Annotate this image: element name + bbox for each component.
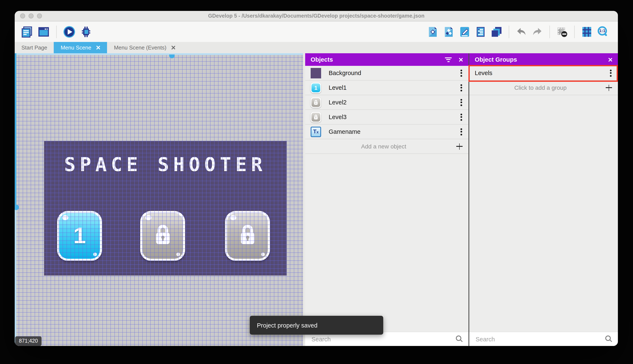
close-window-button[interactable] bbox=[20, 14, 25, 18]
zoom-original-icon[interactable]: 1:1 bbox=[597, 26, 609, 38]
groups-search-bar bbox=[469, 332, 618, 346]
lock-icon bbox=[313, 114, 318, 120]
level3-object-icon bbox=[311, 112, 321, 122]
project-manager-icon[interactable] bbox=[21, 26, 33, 38]
gdevelop-window: GDevelop 5 - /Users/dkarakay/Documents/G… bbox=[15, 11, 618, 346]
search-icon bbox=[456, 336, 461, 341]
object-row-level2[interactable]: Level2 bbox=[305, 95, 468, 110]
tab-menu-scene-events[interactable]: Menu Scene (Events) bbox=[107, 42, 182, 53]
group-name: Levels bbox=[475, 70, 601, 76]
level3-locked-button-instance[interactable] bbox=[225, 211, 270, 261]
object-name: Background bbox=[329, 70, 452, 76]
objects-panel-header: Objects bbox=[305, 53, 468, 66]
canvas-panel-divider[interactable] bbox=[303, 53, 305, 346]
tab-label: Menu Scene (Events) bbox=[114, 44, 166, 51]
add-object-row[interactable]: Add a new object bbox=[305, 139, 468, 154]
tab-label: Start Page bbox=[22, 44, 47, 51]
objects-panel: Objects Background 1 Level1 bbox=[305, 53, 468, 346]
level1-object-icon: 1 bbox=[311, 82, 321, 93]
undo-icon[interactable] bbox=[515, 26, 527, 38]
traffic-lights bbox=[20, 14, 42, 18]
background-object-icon bbox=[311, 68, 321, 78]
object-row-background[interactable]: Background bbox=[305, 66, 468, 80]
object-name: Level1 bbox=[329, 84, 452, 91]
object-menu-icon[interactable] bbox=[460, 83, 463, 92]
vertical-scroll-segment bbox=[15, 53, 16, 208]
plus-icon[interactable] bbox=[456, 143, 463, 150]
toolbar-right-group: 1:1 bbox=[427, 26, 609, 38]
close-panel-icon[interactable] bbox=[608, 57, 612, 62]
search-icon bbox=[605, 336, 611, 341]
group-row-levels[interactable]: Levels bbox=[469, 66, 618, 80]
open-layers-editor-icon[interactable] bbox=[491, 26, 502, 38]
object-name: Level2 bbox=[329, 99, 452, 106]
object-name: Level3 bbox=[329, 114, 452, 120]
object-menu-icon[interactable] bbox=[460, 112, 463, 122]
launch-preview-button[interactable] bbox=[63, 26, 76, 38]
object-groups-panel-header: Object Groups bbox=[469, 53, 618, 66]
screenshot-stage: GDevelop 5 - /Users/dkarakay/Documents/G… bbox=[0, 0, 633, 364]
object-row-gamename[interactable]: Tx Gamename bbox=[305, 124, 468, 139]
scene-background[interactable]: SPACE SHOOTER 1 bbox=[44, 141, 287, 276]
scene-canvas[interactable]: SPACE SHOOTER 1 871;420 bbox=[15, 53, 303, 346]
add-group-row[interactable]: Click to add a group bbox=[469, 80, 618, 95]
object-name: Gamename bbox=[329, 128, 452, 135]
open-object-groups-editor-icon[interactable] bbox=[443, 26, 455, 38]
lock-icon bbox=[313, 100, 318, 105]
close-tab-icon[interactable] bbox=[171, 45, 176, 50]
object-groups-panel: Object Groups Levels Click to add a grou… bbox=[469, 53, 618, 346]
window-mask-icon[interactable] bbox=[556, 26, 568, 38]
editor-tabbar: Start Page Menu Scene Menu Scene (Events… bbox=[15, 42, 618, 53]
object-menu-icon[interactable] bbox=[460, 127, 463, 136]
object-menu-icon[interactable] bbox=[460, 98, 463, 107]
vertical-scroll-marker[interactable] bbox=[15, 205, 19, 210]
close-tab-icon[interactable] bbox=[96, 45, 101, 50]
close-panel-icon[interactable] bbox=[458, 57, 463, 62]
toolbar-separator bbox=[549, 26, 550, 38]
object-menu-icon[interactable] bbox=[460, 68, 463, 78]
object-row-level3[interactable]: Level3 bbox=[305, 110, 468, 124]
save-toast: Project properly saved bbox=[250, 316, 383, 335]
tab-label: Menu Scene bbox=[61, 44, 91, 51]
toolbar-separator bbox=[56, 26, 57, 38]
toolbar-separator bbox=[574, 26, 575, 38]
open-instances-list-icon[interactable] bbox=[475, 26, 486, 38]
open-objects-editor-icon[interactable] bbox=[427, 26, 439, 38]
level2-object-icon bbox=[311, 97, 321, 108]
level1-button-instance[interactable]: 1 bbox=[57, 211, 102, 261]
maximize-window-button[interactable] bbox=[37, 14, 42, 18]
horizontal-scroll-marker[interactable] bbox=[169, 54, 175, 58]
redo-icon[interactable] bbox=[531, 26, 543, 38]
titlebar: GDevelop 5 - /Users/dkarakay/Documents/G… bbox=[15, 11, 618, 22]
cursor-coordinates: 871;420 bbox=[15, 336, 42, 346]
lock-icon bbox=[153, 222, 172, 246]
groups-search-input[interactable] bbox=[475, 335, 605, 343]
object-row-level1[interactable]: 1 Level1 bbox=[305, 80, 468, 95]
debugger-button[interactable] bbox=[80, 26, 92, 38]
scene-title-text[interactable]: SPACE SHOOTER bbox=[44, 141, 287, 176]
toggle-grid-icon[interactable] bbox=[581, 26, 593, 38]
level2-locked-button-instance[interactable] bbox=[140, 211, 185, 261]
editor-content: SPACE SHOOTER 1 871;420 bbox=[15, 53, 618, 346]
filter-icon[interactable] bbox=[445, 57, 452, 62]
objects-panel-title: Objects bbox=[311, 56, 438, 63]
group-menu-icon[interactable] bbox=[609, 68, 612, 78]
tab-start-page[interactable]: Start Page bbox=[15, 42, 54, 53]
minimize-window-button[interactable] bbox=[29, 14, 34, 18]
panels-divider[interactable] bbox=[468, 53, 469, 346]
add-group-label: Click to add a group bbox=[475, 84, 606, 91]
toolbar-left-group bbox=[21, 26, 92, 38]
plus-icon[interactable] bbox=[606, 84, 612, 91]
object-groups-panel-title: Object Groups bbox=[475, 56, 601, 63]
open-properties-icon[interactable] bbox=[459, 26, 471, 38]
window-title: GDevelop 5 - /Users/dkarakay/Documents/G… bbox=[15, 11, 618, 21]
horizontal-scrollbar[interactable] bbox=[15, 53, 303, 55]
toolbar-separator bbox=[509, 26, 509, 38]
preview-window-icon[interactable] bbox=[37, 26, 50, 38]
tab-menu-scene[interactable]: Menu Scene bbox=[54, 42, 107, 53]
text-object-icon: Tx bbox=[311, 126, 321, 137]
level1-number: 1 bbox=[59, 213, 100, 258]
main-toolbar: 1:1 bbox=[15, 22, 618, 42]
objects-search-input[interactable] bbox=[311, 335, 456, 343]
svg-text:1:1: 1:1 bbox=[599, 29, 605, 33]
